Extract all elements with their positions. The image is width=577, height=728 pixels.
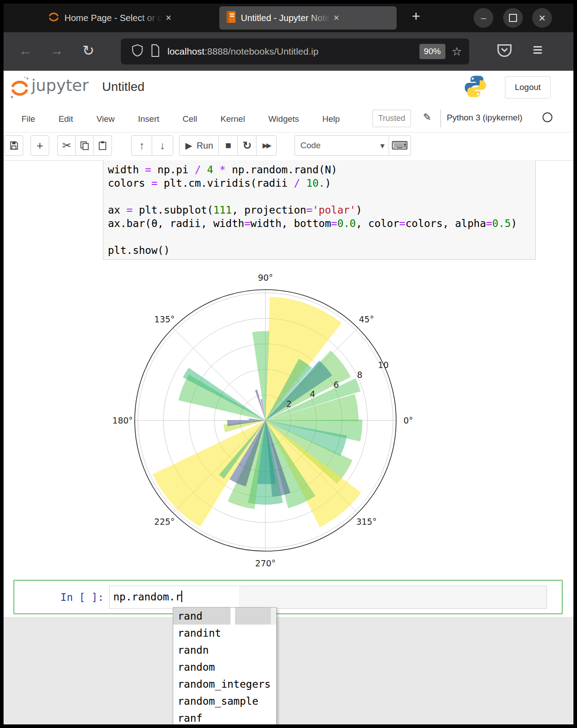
save-button[interactable] (4, 135, 23, 156)
restart-kernel-button[interactable]: ↻ (237, 135, 256, 156)
autocomplete-item[interactable]: random (173, 659, 276, 676)
bookmark-star-icon[interactable]: ☆ (452, 45, 462, 59)
active-input-cell[interactable]: In [ ]: np.random.r (13, 580, 563, 614)
restart-run-all-button[interactable]: ▶▶ (256, 135, 277, 156)
command-palette-button[interactable]: ⌨ (389, 135, 411, 156)
browser-titlebar: Home Page - Select or c × Untitled - Jup… (4, 4, 573, 32)
radial-tick-label: 4 (310, 389, 315, 399)
notebook-title[interactable]: Untitled (102, 80, 145, 94)
jupyter-favicon-icon (47, 11, 60, 26)
autocomplete-item[interactable]: random_integers (173, 676, 276, 693)
forward-icon[interactable]: → (50, 43, 64, 58)
tab-close-icon[interactable]: × (333, 12, 339, 24)
code-editor[interactable]: width = np.pi / 4 * np.random.rand(N)col… (103, 160, 535, 260)
autocomplete-item[interactable]: rand (173, 608, 276, 625)
chevron-down-icon: ▾ (380, 141, 385, 151)
code-line: colors = plt.cm.viridis(radii / 10.) (108, 176, 531, 190)
zoom-level-badge[interactable]: 90% (419, 44, 445, 59)
radial-tick-label: 10 (378, 360, 389, 370)
move-cell-up-button[interactable]: ↑ (131, 135, 152, 156)
code-line (108, 190, 531, 203)
angle-tick-label: 225° (154, 517, 175, 527)
move-cell-down-button[interactable]: ↓ (152, 135, 173, 156)
angle-tick-label: 135° (154, 314, 175, 324)
menu-file[interactable]: File (21, 114, 35, 124)
notebook-header: jupyter Untitled Logout (4, 71, 573, 106)
menu-kernel[interactable]: Kernel (220, 114, 245, 124)
menu-help[interactable]: Help (322, 114, 340, 124)
menu-cell[interactable]: Cell (183, 114, 197, 124)
browser-window: Home Page - Select or c × Untitled - Jup… (0, 0, 577, 728)
notebook-favicon-icon (226, 11, 236, 26)
notebook-menubar: File Edit View Insert Cell Kernel Widget… (4, 106, 573, 133)
add-cell-button[interactable]: + (30, 135, 49, 156)
menu-hamburger-icon[interactable]: ≡ (533, 40, 543, 60)
autocomplete-item[interactable]: random_sample (173, 693, 276, 710)
angle-tick-label: 270° (255, 558, 276, 568)
code-line (108, 230, 531, 244)
tab-home-page[interactable]: Home Page - Select or c × (41, 6, 177, 30)
angle-tick-label: 90° (258, 273, 273, 283)
angle-tick-label: 0° (403, 415, 413, 425)
menu-insert[interactable]: Insert (138, 114, 159, 124)
cut-cell-button[interactable]: ✂ (57, 135, 76, 156)
jupyter-logo-text[interactable]: jupyter (31, 76, 89, 94)
paste-icon (98, 141, 107, 150)
code-line: plt.show() (108, 244, 531, 257)
paste-cell-button[interactable] (93, 135, 112, 156)
interrupt-kernel-button[interactable]: ■ (218, 135, 238, 156)
code-line: width = np.pi / 4 * np.random.rand(N) (108, 163, 531, 176)
menu-view[interactable]: View (96, 114, 115, 124)
radial-tick-label: 2 (286, 399, 292, 409)
notebook-page: jupyter Untitled Logout File Edit View I… (4, 71, 573, 617)
close-button[interactable]: × (532, 8, 552, 28)
code-cell-input[interactable]: width = np.pi / 4 * np.random.rand(N)col… (103, 160, 536, 260)
menu-edit[interactable]: Edit (59, 114, 73, 124)
run-icon: ▶ (185, 140, 192, 151)
page-background (4, 617, 573, 724)
tab-untitled-notebook[interactable]: Untitled - Jupyter Note × (219, 6, 397, 30)
site-info-icon[interactable] (150, 44, 160, 59)
logout-button[interactable]: Logout (505, 76, 551, 98)
autocomplete-item[interactable]: randint (173, 625, 276, 642)
code-line: ax = plt.subplot(111, projection='polar'… (108, 203, 531, 217)
tab-title: Home Page - Select or c (64, 13, 162, 23)
autocomplete-item[interactable]: randn (173, 642, 276, 659)
back-icon[interactable]: ← (19, 43, 32, 58)
copy-icon (80, 141, 90, 150)
url-bar[interactable]: localhost:8888/notebooks/Untitled.ip 90%… (121, 39, 469, 64)
polar-chart-output: 0°45°90°135°180°225°270°315°246810 (109, 264, 422, 579)
python-logo-icon (463, 74, 487, 100)
angle-tick-label: 315° (356, 517, 377, 527)
angle-tick-label: 180° (112, 415, 133, 425)
cell-type-select[interactable]: Code ▾ (295, 135, 390, 156)
edit-mode-pencil-icon: ✎ (423, 111, 431, 123)
code-line: ax.bar(θ, radii, width=width, bottom=0.0… (108, 217, 531, 230)
maximize-icon (509, 14, 517, 22)
pocket-icon[interactable] (496, 42, 513, 61)
reload-icon[interactable]: ↻ (82, 42, 94, 59)
input-inactive-area (239, 586, 547, 608)
radial-tick-label: 8 (357, 370, 363, 380)
copy-cell-button[interactable] (75, 135, 94, 156)
menu-widgets[interactable]: Widgets (268, 114, 299, 124)
trusted-badge: Trusted (372, 110, 411, 127)
run-cell-button[interactable]: ▶Run (179, 135, 219, 156)
notebook-toolbar: + ✂ ↑ ↓ ▶Run ■ ↻ ▶▶ Code ▾ ⌨ (4, 132, 573, 161)
maximize-button[interactable] (503, 8, 523, 28)
new-tab-button[interactable]: + (412, 8, 420, 25)
cell-prompt: In [ ]: (46, 591, 104, 603)
tab-close-icon[interactable]: × (166, 12, 171, 24)
tab-title: Untitled - Jupyter Note (241, 13, 330, 23)
shield-icon[interactable] (132, 44, 143, 59)
save-icon (9, 141, 19, 150)
minimize-button[interactable]: – (474, 8, 493, 28)
radial-tick-label: 6 (333, 380, 339, 390)
autocomplete-dropdown: randrandintrandnrandomrandom_integersran… (173, 607, 277, 727)
kernel-idle-icon (543, 112, 552, 122)
divider (440, 110, 441, 128)
input-text: np.random.r (113, 591, 182, 603)
text-cursor (181, 591, 182, 602)
jupyter-logo-icon[interactable] (9, 76, 30, 101)
cell-code-input[interactable]: np.random.r (109, 586, 547, 609)
